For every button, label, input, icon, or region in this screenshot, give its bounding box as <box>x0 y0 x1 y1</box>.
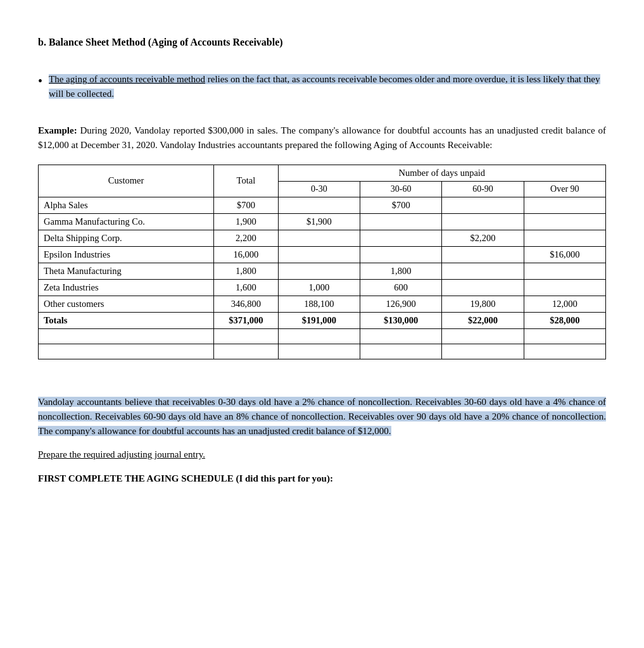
bullet-section: • The aging of accounts receivable metho… <box>38 72 606 101</box>
bullet-dot: • <box>38 72 42 90</box>
cell-30-60: 600 <box>360 279 442 296</box>
table-row: Delta Shipping Corp. 2,200 $2,200 <box>39 230 606 246</box>
cell-60-90 <box>442 197 524 213</box>
bullet-underlined-phrase: The aging of accounts receivable method <box>49 74 205 84</box>
col-30-60-header: 30-60 <box>360 181 442 197</box>
bullet-highlight: The aging of accounts receivable method … <box>49 74 600 99</box>
cell-30-60 <box>360 213 442 230</box>
table-row: Other customers 346,800 188,100 126,900 … <box>39 296 606 312</box>
cell-30-60 <box>360 230 442 246</box>
cell-customer: Other customers <box>39 296 214 312</box>
example-paragraph: Example: During 2020, Vandolay reported … <box>38 123 606 153</box>
cell-60-90 <box>442 213 524 230</box>
cell-30-60: $130,000 <box>360 312 442 328</box>
cell-0-30: $191,000 <box>278 312 360 328</box>
col-total-header: Total <box>214 165 279 197</box>
cell-60-90: $22,000 <box>442 312 524 328</box>
vandolay-paragraph: Vandolay accountants believe that receiv… <box>38 395 606 439</box>
cell-total: $700 <box>214 197 279 213</box>
vandolay-highlight: Vandolay accountants believe that receiv… <box>38 397 606 437</box>
cell-customer: Delta Shipping Corp. <box>39 230 214 246</box>
table-row: Gamma Manufacturing Co. 1,900 $1,900 <box>39 213 606 230</box>
cell-total: 16,000 <box>214 246 279 263</box>
cell-60-90 <box>442 246 524 263</box>
table-row: Theta Manufacturing 1,800 1,800 <box>39 263 606 279</box>
cell-60-90: 19,800 <box>442 296 524 312</box>
cell-over90 <box>524 230 605 246</box>
cell-30-60: 126,900 <box>360 296 442 312</box>
cell-0-30: $1,900 <box>278 213 360 230</box>
col-days-header: Number of days unpaid <box>278 165 605 181</box>
cell-customer: Alpha Sales <box>39 197 214 213</box>
cell-over90 <box>524 213 605 230</box>
cell-0-30 <box>278 197 360 213</box>
cell-60-90: $2,200 <box>442 230 524 246</box>
prepare-underline: Prepare the required adjusting journal e… <box>38 449 205 459</box>
cell-0-30: 1,000 <box>278 279 360 296</box>
table-row: Totals $371,000 $191,000 $130,000 $22,00… <box>39 312 606 328</box>
bullet-text: The aging of accounts receivable method … <box>49 72 606 101</box>
cell-total: 1,900 <box>214 213 279 230</box>
cell-over90 <box>524 197 605 213</box>
example-text: During 2020, Vandolay reported $300,000 … <box>38 125 606 150</box>
cell-60-90 <box>442 263 524 279</box>
cell-customer: Zeta Industries <box>39 279 214 296</box>
cell-total: 2,200 <box>214 230 279 246</box>
cell-0-30 <box>278 246 360 263</box>
cell-over90: 12,000 <box>524 296 605 312</box>
col-60-90-header: 60-90 <box>442 181 524 197</box>
col-over90-header: Over 90 <box>524 181 605 197</box>
cell-30-60 <box>360 246 442 263</box>
prepare-paragraph: Prepare the required adjusting journal e… <box>38 447 606 462</box>
cell-over90 <box>524 263 605 279</box>
example-label: Example: <box>38 125 77 135</box>
section-heading: b. Balance Sheet Method (Aging of Accoun… <box>38 37 606 48</box>
first-complete-paragraph: FIRST COMPLETE THE AGING SCHEDULE (I did… <box>38 471 606 486</box>
cell-30-60: 1,800 <box>360 263 442 279</box>
col-customer-header: Customer <box>39 165 214 197</box>
cell-0-30 <box>278 230 360 246</box>
table-empty-row <box>39 344 606 359</box>
col-0-30-header: 0-30 <box>278 181 360 197</box>
cell-total: 346,800 <box>214 296 279 312</box>
cell-customer: Epsilon Industries <box>39 246 214 263</box>
table-row: Epsilon Industries 16,000 $16,000 <box>39 246 606 263</box>
cell-total: 1,800 <box>214 263 279 279</box>
aging-table: Customer Total Number of days unpaid 0-3… <box>38 165 606 359</box>
cell-customer: Theta Manufacturing <box>39 263 214 279</box>
table-empty-row <box>39 328 606 344</box>
cell-total: $371,000 <box>214 312 279 328</box>
table-row: Alpha Sales $700 $700 <box>39 197 606 213</box>
cell-customer: Gamma Manufacturing Co. <box>39 213 214 230</box>
cell-over90 <box>524 279 605 296</box>
cell-over90: $16,000 <box>524 246 605 263</box>
cell-total: 1,600 <box>214 279 279 296</box>
table-row: Zeta Industries 1,600 1,000 600 <box>39 279 606 296</box>
cell-over90: $28,000 <box>524 312 605 328</box>
cell-0-30 <box>278 263 360 279</box>
cell-30-60: $700 <box>360 197 442 213</box>
cell-customer: Totals <box>39 312 214 328</box>
cell-0-30: 188,100 <box>278 296 360 312</box>
cell-60-90 <box>442 279 524 296</box>
table-header-row: Customer Total Number of days unpaid <box>39 165 606 181</box>
